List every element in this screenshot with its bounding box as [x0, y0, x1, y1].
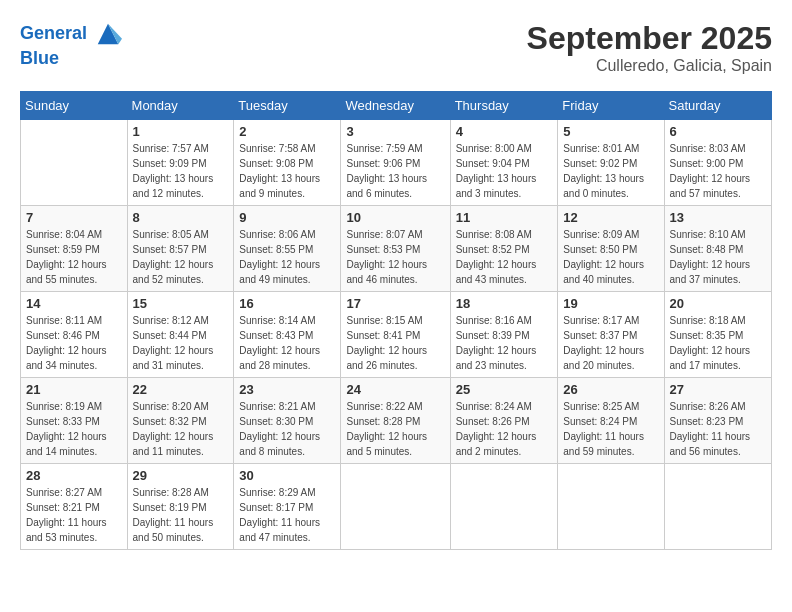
calendar-cell: 1Sunrise: 7:57 AMSunset: 9:09 PMDaylight…	[127, 120, 234, 206]
location: Culleredo, Galicia, Spain	[527, 57, 772, 75]
day-number: 11	[456, 210, 553, 225]
day-number: 16	[239, 296, 335, 311]
day-number: 20	[670, 296, 766, 311]
calendar-cell: 6Sunrise: 8:03 AMSunset: 9:00 PMDaylight…	[664, 120, 771, 206]
calendar-cell: 28Sunrise: 8:27 AMSunset: 8:21 PMDayligh…	[21, 464, 128, 550]
day-info: Sunrise: 8:17 AMSunset: 8:37 PMDaylight:…	[563, 313, 658, 373]
title-block: September 2025 Culleredo, Galicia, Spain	[527, 20, 772, 75]
page-header: General Blue September 2025 Culleredo, G…	[20, 20, 772, 75]
calendar-cell: 14Sunrise: 8:11 AMSunset: 8:46 PMDayligh…	[21, 292, 128, 378]
day-info: Sunrise: 8:28 AMSunset: 8:19 PMDaylight:…	[133, 485, 229, 545]
calendar-cell: 21Sunrise: 8:19 AMSunset: 8:33 PMDayligh…	[21, 378, 128, 464]
calendar-cell: 23Sunrise: 8:21 AMSunset: 8:30 PMDayligh…	[234, 378, 341, 464]
day-info: Sunrise: 8:10 AMSunset: 8:48 PMDaylight:…	[670, 227, 766, 287]
day-info: Sunrise: 8:04 AMSunset: 8:59 PMDaylight:…	[26, 227, 122, 287]
day-info: Sunrise: 8:06 AMSunset: 8:55 PMDaylight:…	[239, 227, 335, 287]
day-info: Sunrise: 8:24 AMSunset: 8:26 PMDaylight:…	[456, 399, 553, 459]
day-number: 6	[670, 124, 766, 139]
calendar-cell: 24Sunrise: 8:22 AMSunset: 8:28 PMDayligh…	[341, 378, 450, 464]
logo: General Blue	[20, 20, 122, 70]
calendar-cell: 27Sunrise: 8:26 AMSunset: 8:23 PMDayligh…	[664, 378, 771, 464]
day-info: Sunrise: 8:00 AMSunset: 9:04 PMDaylight:…	[456, 141, 553, 201]
week-row-2: 7Sunrise: 8:04 AMSunset: 8:59 PMDaylight…	[21, 206, 772, 292]
calendar-cell	[341, 464, 450, 550]
month-title: September 2025	[527, 20, 772, 57]
calendar-cell: 3Sunrise: 7:59 AMSunset: 9:06 PMDaylight…	[341, 120, 450, 206]
day-number: 15	[133, 296, 229, 311]
day-info: Sunrise: 7:58 AMSunset: 9:08 PMDaylight:…	[239, 141, 335, 201]
day-info: Sunrise: 8:16 AMSunset: 8:39 PMDaylight:…	[456, 313, 553, 373]
week-row-3: 14Sunrise: 8:11 AMSunset: 8:46 PMDayligh…	[21, 292, 772, 378]
weekday-saturday: Saturday	[664, 92, 771, 120]
day-number: 17	[346, 296, 444, 311]
week-row-1: 1Sunrise: 7:57 AMSunset: 9:09 PMDaylight…	[21, 120, 772, 206]
day-number: 24	[346, 382, 444, 397]
day-number: 10	[346, 210, 444, 225]
day-info: Sunrise: 8:19 AMSunset: 8:33 PMDaylight:…	[26, 399, 122, 459]
weekday-thursday: Thursday	[450, 92, 558, 120]
calendar-cell: 16Sunrise: 8:14 AMSunset: 8:43 PMDayligh…	[234, 292, 341, 378]
day-info: Sunrise: 8:03 AMSunset: 9:00 PMDaylight:…	[670, 141, 766, 201]
calendar-cell: 8Sunrise: 8:05 AMSunset: 8:57 PMDaylight…	[127, 206, 234, 292]
day-info: Sunrise: 8:20 AMSunset: 8:32 PMDaylight:…	[133, 399, 229, 459]
calendar-cell: 29Sunrise: 8:28 AMSunset: 8:19 PMDayligh…	[127, 464, 234, 550]
weekday-header-row: SundayMondayTuesdayWednesdayThursdayFrid…	[21, 92, 772, 120]
logo-icon	[94, 20, 122, 48]
day-info: Sunrise: 8:25 AMSunset: 8:24 PMDaylight:…	[563, 399, 658, 459]
day-number: 3	[346, 124, 444, 139]
calendar-cell: 18Sunrise: 8:16 AMSunset: 8:39 PMDayligh…	[450, 292, 558, 378]
calendar-cell: 9Sunrise: 8:06 AMSunset: 8:55 PMDaylight…	[234, 206, 341, 292]
day-number: 29	[133, 468, 229, 483]
weekday-monday: Monday	[127, 92, 234, 120]
day-number: 2	[239, 124, 335, 139]
day-number: 4	[456, 124, 553, 139]
day-number: 19	[563, 296, 658, 311]
day-info: Sunrise: 8:01 AMSunset: 9:02 PMDaylight:…	[563, 141, 658, 201]
week-row-4: 21Sunrise: 8:19 AMSunset: 8:33 PMDayligh…	[21, 378, 772, 464]
calendar-cell	[450, 464, 558, 550]
day-number: 27	[670, 382, 766, 397]
day-number: 30	[239, 468, 335, 483]
calendar-cell: 2Sunrise: 7:58 AMSunset: 9:08 PMDaylight…	[234, 120, 341, 206]
calendar-cell: 30Sunrise: 8:29 AMSunset: 8:17 PMDayligh…	[234, 464, 341, 550]
calendar-cell: 13Sunrise: 8:10 AMSunset: 8:48 PMDayligh…	[664, 206, 771, 292]
calendar-cell: 26Sunrise: 8:25 AMSunset: 8:24 PMDayligh…	[558, 378, 664, 464]
day-number: 14	[26, 296, 122, 311]
day-number: 9	[239, 210, 335, 225]
weekday-wednesday: Wednesday	[341, 92, 450, 120]
calendar-cell: 10Sunrise: 8:07 AMSunset: 8:53 PMDayligh…	[341, 206, 450, 292]
day-info: Sunrise: 7:57 AMSunset: 9:09 PMDaylight:…	[133, 141, 229, 201]
calendar-table: SundayMondayTuesdayWednesdayThursdayFrid…	[20, 91, 772, 550]
day-number: 26	[563, 382, 658, 397]
calendar-cell: 15Sunrise: 8:12 AMSunset: 8:44 PMDayligh…	[127, 292, 234, 378]
calendar-cell: 7Sunrise: 8:04 AMSunset: 8:59 PMDaylight…	[21, 206, 128, 292]
calendar-cell	[558, 464, 664, 550]
calendar-cell: 22Sunrise: 8:20 AMSunset: 8:32 PMDayligh…	[127, 378, 234, 464]
day-info: Sunrise: 8:12 AMSunset: 8:44 PMDaylight:…	[133, 313, 229, 373]
day-number: 7	[26, 210, 122, 225]
day-info: Sunrise: 8:14 AMSunset: 8:43 PMDaylight:…	[239, 313, 335, 373]
calendar-cell: 20Sunrise: 8:18 AMSunset: 8:35 PMDayligh…	[664, 292, 771, 378]
calendar-cell: 12Sunrise: 8:09 AMSunset: 8:50 PMDayligh…	[558, 206, 664, 292]
day-info: Sunrise: 8:18 AMSunset: 8:35 PMDaylight:…	[670, 313, 766, 373]
day-info: Sunrise: 8:05 AMSunset: 8:57 PMDaylight:…	[133, 227, 229, 287]
day-info: Sunrise: 8:21 AMSunset: 8:30 PMDaylight:…	[239, 399, 335, 459]
calendar-cell: 5Sunrise: 8:01 AMSunset: 9:02 PMDaylight…	[558, 120, 664, 206]
day-number: 25	[456, 382, 553, 397]
day-info: Sunrise: 7:59 AMSunset: 9:06 PMDaylight:…	[346, 141, 444, 201]
calendar-cell: 4Sunrise: 8:00 AMSunset: 9:04 PMDaylight…	[450, 120, 558, 206]
day-info: Sunrise: 8:08 AMSunset: 8:52 PMDaylight:…	[456, 227, 553, 287]
day-number: 22	[133, 382, 229, 397]
day-info: Sunrise: 8:27 AMSunset: 8:21 PMDaylight:…	[26, 485, 122, 545]
day-number: 21	[26, 382, 122, 397]
day-number: 28	[26, 468, 122, 483]
day-info: Sunrise: 8:22 AMSunset: 8:28 PMDaylight:…	[346, 399, 444, 459]
logo-general: General	[20, 23, 87, 43]
logo-text: General	[20, 20, 122, 48]
day-number: 12	[563, 210, 658, 225]
calendar-cell: 19Sunrise: 8:17 AMSunset: 8:37 PMDayligh…	[558, 292, 664, 378]
logo-blue: Blue	[20, 48, 122, 70]
day-info: Sunrise: 8:09 AMSunset: 8:50 PMDaylight:…	[563, 227, 658, 287]
calendar-cell	[664, 464, 771, 550]
day-info: Sunrise: 8:26 AMSunset: 8:23 PMDaylight:…	[670, 399, 766, 459]
